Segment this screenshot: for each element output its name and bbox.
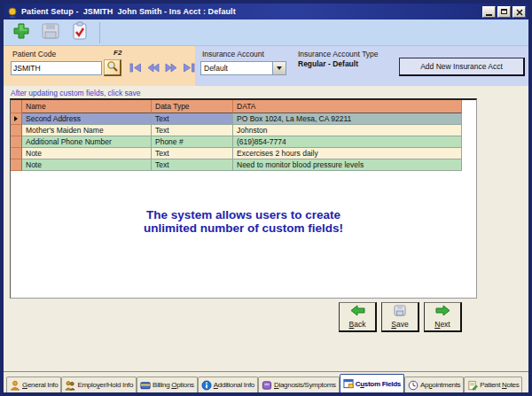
minimize-button[interactable] — [482, 6, 496, 18]
patient-search-button[interactable] — [104, 59, 121, 76]
titlebar[interactable]: Patient Setup - JSMITH John Smith - Ins … — [4, 4, 528, 19]
cell-data-type[interactable]: Text — [152, 113, 233, 125]
verify-button[interactable] — [67, 21, 92, 44]
diagnosis-icon — [262, 380, 272, 391]
clock-icon — [408, 380, 419, 391]
row-selector[interactable] — [11, 125, 22, 136]
tab-custom-fields[interactable]: Custom Fields — [340, 374, 404, 392]
save-button[interactable]: Save — [381, 302, 419, 332]
dropdown-button[interactable] — [272, 62, 286, 74]
insurance-section: Insurance Account Default Insurance Acco… — [195, 46, 528, 86]
save-floppy-icon — [41, 22, 60, 43]
save-toolbar-button[interactable] — [38, 21, 63, 44]
cell-data-type[interactable]: Text — [152, 148, 233, 159]
cell-data[interactable]: PO Box 1024, La Mesa, CA 92211 — [233, 113, 462, 125]
row-selector[interactable] — [11, 136, 22, 148]
add-new-insurance-acct-button[interactable]: Add New Insurance Acct — [399, 58, 525, 76]
tab-additional-info[interactable]: Additional Info — [198, 377, 258, 392]
previous-record-button[interactable] — [146, 63, 160, 74]
chevron-down-icon — [277, 66, 282, 70]
row-selector[interactable] — [11, 113, 22, 125]
cell-data[interactable]: (619)854-7774 — [233, 136, 462, 148]
tab-label: Billing Options — [153, 381, 194, 389]
close-button[interactable] — [512, 6, 526, 18]
cell-data-type[interactable]: Text — [152, 125, 233, 136]
patient-code-label: Patient Code — [12, 50, 56, 58]
row-selector[interactable] — [11, 159, 22, 171]
tab-appointments[interactable]: Appointments — [404, 377, 464, 392]
close-icon — [516, 5, 523, 19]
toolbar-separator — [99, 22, 100, 43]
cell-name[interactable]: Note — [22, 148, 152, 159]
tab-label: Additional Info — [214, 381, 254, 389]
tab-label: General Info — [22, 381, 58, 389]
cell-data-type[interactable]: Text — [152, 159, 233, 171]
first-record-button[interactable] — [129, 63, 143, 74]
tab-label: Appointments — [420, 381, 460, 389]
save-floppy-small-icon — [394, 305, 406, 318]
cell-name[interactable]: Note — [22, 159, 152, 171]
next-record-button[interactable] — [164, 63, 178, 74]
cell-data[interactable]: Need to monitor blood pressure levels — [233, 159, 462, 171]
cell-name[interactable]: Additional Phone Number — [22, 136, 152, 148]
patient-code-section: Patient Code F2 — [4, 46, 195, 86]
window-title: Patient Setup - JSMITH John Smith - Ins … — [21, 7, 482, 16]
tab-label: Patient Notes — [480, 381, 519, 389]
cell-data[interactable]: Johnston — [233, 125, 462, 136]
add-plus-icon — [11, 21, 32, 43]
record-navigation — [129, 63, 196, 74]
next-arrow-icon — [435, 305, 450, 318]
current-row-marker-icon — [14, 116, 18, 121]
patient-setup-window: Patient Setup - JSMITH John Smith - Ins … — [0, 0, 532, 396]
column-header-data[interactable]: DATA — [233, 100, 462, 113]
row-selector-header — [11, 100, 22, 113]
cell-name[interactable]: Mother's Maiden Name — [22, 125, 152, 136]
maximize-button[interactable] — [497, 6, 511, 18]
shortcut-f2-label: F2 — [113, 49, 121, 57]
wizard-nav-buttons: Back Save Next — [339, 302, 462, 332]
custom-fields-grid: Name Data Type DATA Second Address Text … — [10, 98, 477, 299]
table-row[interactable]: Note Text Excercises 2 hours daily — [11, 148, 476, 159]
back-button[interactable]: Back — [339, 302, 377, 332]
next-button-label: Next — [434, 320, 450, 329]
info-icon — [201, 380, 212, 391]
patient-code-input[interactable] — [11, 61, 102, 75]
table-row[interactable]: Additional Phone Number Phone # (619)854… — [11, 136, 476, 148]
column-header-data-type[interactable]: Data Type — [152, 100, 233, 113]
insurance-account-type-value: Regular - Default — [298, 59, 358, 68]
tab-patient-notes[interactable]: Patient Notes — [464, 377, 522, 392]
row-selector[interactable] — [11, 148, 22, 159]
column-header-name[interactable]: Name — [22, 100, 152, 113]
tab-label: Employer/Hold Info — [77, 381, 133, 389]
cell-data[interactable]: Excercises 2 hours daily — [233, 148, 462, 159]
insurance-account-type-label: Insurance Account Type — [298, 50, 379, 58]
add-patient-button[interactable] — [9, 21, 34, 44]
last-record-button[interactable] — [182, 63, 196, 74]
notes-icon — [467, 380, 478, 391]
cell-name[interactable]: Second Address — [22, 113, 152, 125]
grid-header-row: Name Data Type DATA — [11, 100, 476, 113]
tab-billing-options[interactable]: Billing Options — [137, 377, 198, 392]
first-record-icon — [129, 62, 142, 75]
tab-label: Diagnosis/Symptoms — [274, 381, 336, 389]
main-toolbar — [4, 19, 528, 46]
clipboard-check-icon — [71, 21, 89, 43]
person-icon — [10, 380, 20, 391]
table-row[interactable]: Note Text Need to monitor blood pressure… — [11, 159, 476, 171]
last-record-icon — [183, 62, 195, 75]
cell-data-type[interactable]: Phone # — [152, 136, 233, 148]
tab-general-info[interactable]: General Info — [6, 377, 61, 392]
table-row[interactable]: Mother's Maiden Name Text Johnston — [11, 125, 476, 136]
magnifier-icon — [106, 60, 118, 74]
save-button-label: Save — [391, 320, 408, 329]
next-button[interactable]: Next — [424, 302, 462, 332]
tab-diagnosis-symptoms[interactable]: Diagnosis/Symptoms — [258, 377, 340, 392]
tab-label: Custom Fields — [356, 380, 401, 388]
window-controls — [482, 6, 526, 18]
table-row[interactable]: Second Address Text PO Box 1024, La Mesa… — [11, 113, 476, 125]
info-message-line1: The system allows users to create — [11, 208, 476, 221]
field-bar: Patient Code F2 Insurance Account Defaul… — [4, 46, 528, 86]
insurance-account-dropdown[interactable]: Default — [200, 61, 286, 75]
tab-employer-hold-info[interactable]: Employer/Hold Info — [61, 377, 137, 392]
bottom-tab-bar: General Info Employer/Hold Info Billing … — [4, 371, 528, 392]
